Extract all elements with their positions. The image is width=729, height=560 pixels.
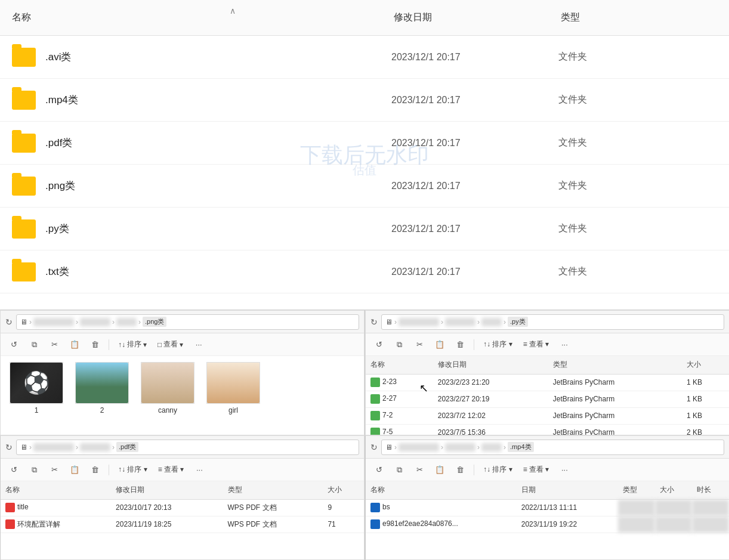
py-file-icon	[370, 428, 380, 435]
top-file-row[interactable]: .avi类 2023/12/1 20:17 文件夹	[0, 36, 729, 79]
py-file-name: 7-5	[366, 424, 433, 435]
mp4-view-btn[interactable]: ≡ 查看 ▾	[520, 463, 553, 476]
folder-icon	[12, 134, 36, 153]
png-copy-btn[interactable]: ⧉	[26, 337, 42, 352]
py-more-btn[interactable]: ···	[556, 337, 573, 352]
mp4-sort-btn[interactable]: ↑↓ 排序 ▾	[480, 463, 516, 476]
pdf-sort-btn[interactable]: ↑↓ 排序 ▾	[115, 463, 151, 476]
py-table-row[interactable]: 7-5 2023/7/5 15:36 JetBrains PyCharm 2 K…	[366, 424, 729, 435]
column-date: 修改日期	[394, 11, 561, 24]
mp4-table-row[interactable]: bs 2022/11/13 11:11 ... ... ...	[366, 499, 729, 516]
pdf-col-type: 类型	[223, 481, 323, 499]
png-sort-btn[interactable]: ↑↓ 排序 ▾	[115, 338, 150, 351]
mp4-tb-sep	[474, 465, 474, 475]
py-path[interactable]: 🖥 › ████████ › ██████ › ████ › .py类	[381, 314, 724, 330]
mp4-more-btn[interactable]: ···	[556, 462, 573, 478]
png-more-btn[interactable]: ···	[190, 337, 207, 352]
folder-type: 文件夹	[558, 180, 587, 192]
py-view-btn[interactable]: ≡ 查看 ▾	[520, 338, 553, 351]
py-paste-btn[interactable]: 📋	[431, 337, 448, 352]
mp4-refresh-icon[interactable]: ↻	[370, 443, 378, 452]
folder-type: 文件夹	[558, 222, 587, 235]
py-file-date: 2023/2/27 20:19	[433, 391, 548, 407]
png-undo-btn[interactable]: ↺	[5, 337, 22, 352]
top-file-row[interactable]: .mp4类 2023/12/1 20:17 文件夹	[0, 79, 729, 122]
pdf-refresh-icon[interactable]: ↻	[5, 443, 13, 452]
png-paste-btn[interactable]: 📋	[66, 337, 83, 352]
png-path[interactable]: 🖥 › ████████ › ██████ › ████ › .png类	[16, 314, 359, 330]
py-file-date: 2023/7/2 12:02	[433, 407, 548, 424]
pdf-table-row[interactable]: title 2023/10/17 20:13 WPS PDF 文档 9	[1, 499, 364, 516]
py-address-bar: ↻ 🖥 › ████████ › ██████ › ████ › .py类	[366, 311, 729, 333]
pdf-toolbar: ↺ ⧉ ✂ 📋 🗑 ↑↓ 排序 ▾ ≡ 查看 ▾ ···	[1, 459, 364, 481]
pdf-file-icon	[5, 519, 15, 529]
png-delete-btn[interactable]: 🗑	[87, 337, 103, 352]
mp4-col-duration: 时长	[692, 481, 729, 499]
mp4-delete-btn[interactable]: 🗑	[452, 462, 468, 478]
py-file-size: 2 KB	[682, 424, 729, 435]
pdf-delete-btn[interactable]: 🗑	[87, 462, 103, 478]
py-undo-btn[interactable]: ↺	[370, 337, 387, 352]
pdf-view-btn[interactable]: ≡ 查看 ▾	[155, 463, 188, 476]
thumb-1[interactable]: 1	[7, 362, 66, 414]
py-table-row[interactable]: 2-27 2023/2/27 20:19 JetBrains PyCharm 1…	[366, 391, 729, 407]
thumb-2[interactable]: 2	[72, 362, 132, 414]
pdf-table-row[interactable]: 环境配置详解 2023/11/19 18:25 WPS PDF 文档 71	[1, 516, 364, 533]
mp4-col-type: 类型	[618, 481, 655, 499]
top-file-row[interactable]: .pdf类 2023/12/1 20:17 文件夹	[0, 122, 729, 165]
py-file-icon	[370, 378, 380, 387]
png-view-btn[interactable]: □ 查看 ▾	[154, 338, 187, 351]
png-cut-btn[interactable]: ✂	[46, 337, 63, 352]
mp4-file-type: ...	[618, 499, 655, 516]
py-file-type: JetBrains PyCharm	[548, 391, 682, 407]
py-cut-btn[interactable]: ✂	[411, 337, 428, 352]
folder-date: 2023/12/1 20:17	[391, 52, 558, 63]
thumb-girl[interactable]: girl	[203, 362, 263, 414]
pc-icon-mp4: 🖥	[385, 443, 393, 451]
mp4-paste-btn[interactable]: 📋	[431, 462, 448, 478]
py-copy-btn[interactable]: ⧉	[391, 337, 407, 352]
py-folder-tag: .py类	[508, 317, 528, 327]
folder-type: 文件夹	[558, 265, 587, 278]
pdf-path[interactable]: 🖥 › ████████ › ██████ › .pdf类	[16, 440, 359, 455]
py-table-row[interactable]: 7-2 2023/7/2 12:02 JetBrains PyCharm 1 K…	[366, 407, 729, 424]
py-path-blur-3: ████	[481, 318, 502, 326]
thumb-label-girl: girl	[228, 406, 238, 414]
pdf-more-btn[interactable]: ···	[191, 462, 208, 478]
pdf-undo-btn[interactable]: ↺	[5, 462, 22, 478]
folder-name: .png类	[45, 179, 391, 193]
py-table-row[interactable]: 2-23 2023/2/23 21:20 JetBrains PyCharm 1…	[366, 374, 729, 391]
mp4-undo-btn[interactable]: ↺	[370, 462, 387, 478]
folder-name: .avi类	[45, 50, 391, 64]
top-file-row[interactable]: .py类 2023/12/1 20:17 文件夹	[0, 208, 729, 250]
pdf-paste-btn[interactable]: 📋	[66, 462, 83, 478]
mp4-path[interactable]: 🖥 › ████████ › ██████ › ████ › .mp4类	[381, 440, 724, 455]
thumb-img-canny	[141, 362, 194, 404]
top-file-row[interactable]: .png类 2023/12/1 20:17 文件夹	[0, 165, 729, 208]
pdf-cut-btn[interactable]: ✂	[46, 462, 63, 478]
py-path-blur-2: ██████	[445, 318, 475, 326]
folder-name: .py类	[45, 222, 391, 236]
column-name: 名称	[12, 11, 394, 24]
pdf-address-bar: ↻ 🖥 › ████████ › ██████ › .pdf类	[1, 436, 364, 459]
py-delete-btn[interactable]: 🗑	[452, 337, 468, 352]
pdf-copy-btn[interactable]: ⧉	[26, 462, 42, 478]
py-col-name: 名称	[366, 356, 433, 374]
pdf-col-size: 大小	[323, 481, 364, 499]
mp4-table-row[interactable]: e981ef2eae284a0876... 2023/11/19 19:22 .…	[366, 516, 729, 533]
mp4-copy-btn[interactable]: ⧉	[391, 462, 407, 478]
thumb-label-canny: canny	[158, 406, 177, 414]
folder-date: 2023/12/1 20:17	[391, 95, 558, 106]
png-refresh-icon[interactable]: ↻	[5, 317, 13, 327]
pdf-file-size: 9	[323, 499, 364, 516]
thumb-canny[interactable]: canny	[138, 362, 197, 414]
py-refresh-icon[interactable]: ↻	[370, 317, 378, 327]
pdf-path-blur-1: ████████	[33, 443, 74, 451]
top-file-row[interactable]: .txt类 2023/12/1 20:17 文件夹	[0, 250, 729, 293]
pdf-table-header: 名称 修改日期 类型 大小	[1, 481, 364, 499]
py-sort-btn[interactable]: ↑↓ 排序 ▾	[480, 338, 516, 351]
folder-name: .mp4类	[45, 93, 391, 107]
mp4-cut-btn[interactable]: ✂	[411, 462, 428, 478]
mp4-file-duration: ...	[692, 516, 729, 533]
py-file-name: 2-23	[366, 374, 433, 391]
